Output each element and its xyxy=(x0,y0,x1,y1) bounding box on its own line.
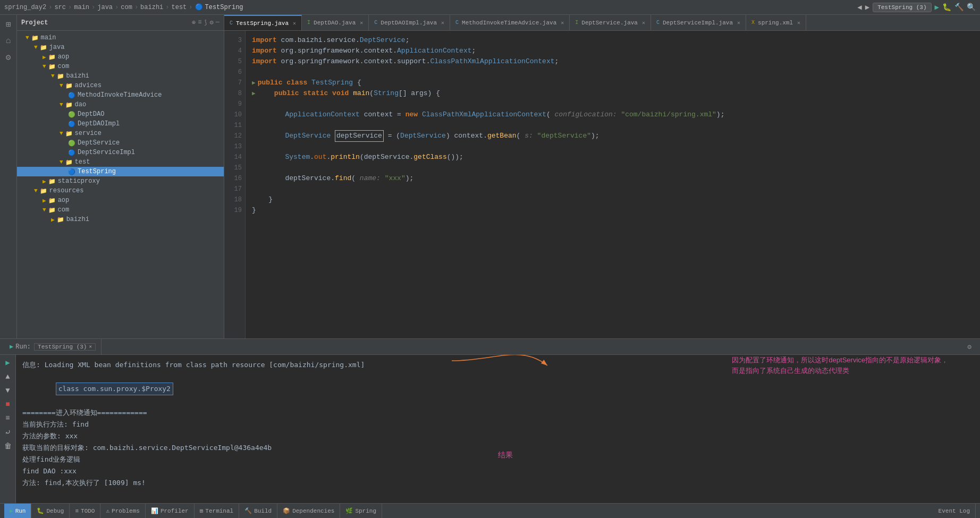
tree-item-service[interactable]: ▼ 📁 service xyxy=(17,129,224,138)
tab-close-deptservice[interactable]: ✕ xyxy=(642,20,645,26)
run-content[interactable]: 信息: Loading XML bean definitions from cl… xyxy=(16,355,980,503)
line-numbers: 3 4 5 6 7 8 9 10 11 12 13 14 15 16 17 18 xyxy=(224,31,246,338)
tree-item-staticproxy[interactable]: ▶ 📁 staticproxy xyxy=(17,176,224,186)
tree-item-res-baizhi[interactable]: ▶ 📁 baizhi xyxy=(17,215,224,224)
interface-icon: 🟢 xyxy=(68,111,75,118)
code-content[interactable]: import com.baizhi.service.DeptService; i… xyxy=(246,31,980,338)
folder-icon: ▼ xyxy=(34,188,38,194)
run-line-method: 当前执行方法: find xyxy=(22,419,974,430)
status-debug[interactable]: 🐛 Debug xyxy=(31,504,70,518)
tree-item-deptdao[interactable]: 🟢 DeptDAO xyxy=(17,109,224,119)
top-bar: spring_day2 › src › main › java › com › … xyxy=(0,0,980,15)
java-class-icon: 🔵 xyxy=(68,149,75,156)
folder-arrow-icon: ▶ xyxy=(43,54,46,61)
structure-icon[interactable]: ⊞ xyxy=(4,17,13,32)
tab-deptservice[interactable]: I DeptService.java ✕ xyxy=(570,15,651,30)
tree-item-aop[interactable]: ▶ 📁 aop xyxy=(17,52,224,62)
run-line-proxy: class com.sun.proxy.$Proxy2 xyxy=(22,371,974,407)
tree-item-main[interactable]: ▼ 📁 main xyxy=(17,33,224,43)
tree-item-com[interactable]: ▼ 📁 com xyxy=(17,62,224,71)
sort-icon[interactable]: ⟆ xyxy=(204,19,207,27)
tree-item-baizhi[interactable]: ▼ 📁 baizhi xyxy=(17,71,224,81)
status-terminal[interactable]: ⊞ Terminal xyxy=(195,504,239,518)
status-problems[interactable]: ⚠ Problems xyxy=(100,504,145,518)
tree-item-res-aop[interactable]: ▶ 📁 aop xyxy=(17,196,224,205)
tree-item-resources[interactable]: ▼ 📁 resources xyxy=(17,186,224,196)
tab-methodadvice[interactable]: C MethodInvokeTimeAdvice.java ✕ xyxy=(450,15,570,30)
expand-icon[interactable]: ⊕ xyxy=(192,19,196,27)
run-config-selector[interactable]: TestSpring (3) xyxy=(873,3,931,12)
debug-icon[interactable]: 🐛 xyxy=(942,3,951,12)
run-filter-icon[interactable]: ≡ xyxy=(4,413,11,423)
tree-item-deptservice[interactable]: 🟢 DeptService xyxy=(17,138,224,148)
settings-run-icon[interactable]: ⚙ xyxy=(963,343,976,351)
close-sidebar-icon[interactable]: — xyxy=(216,19,219,27)
run-stop-icon[interactable]: ■ xyxy=(4,399,11,410)
run-config-name: TestSpring (3) xyxy=(38,344,87,350)
code-line-14: System.out.println(deptService.getClass(… xyxy=(252,152,980,163)
settings-icon[interactable]: ⚙ xyxy=(4,50,13,65)
tree-item-java[interactable]: ▼ 📁 java xyxy=(17,43,224,52)
tab-deptdao[interactable]: I DeptDAO.java ✕ xyxy=(302,15,369,30)
tab-close-deptdaoimpl[interactable]: ✕ xyxy=(441,20,444,26)
run-up-icon[interactable]: ▲ xyxy=(4,371,11,382)
run-restart-icon[interactable]: ▶ xyxy=(4,357,11,368)
run-toolbar: ▶ ▲ ▼ ■ ≡ ⤾ 🗑 xyxy=(0,355,16,503)
tab-close-testspring[interactable]: ✕ xyxy=(293,20,296,27)
undo-icon[interactable]: ◀ xyxy=(857,3,861,12)
breadcrumb: spring_day2 › src › main › java › com › … xyxy=(4,3,853,11)
tab-close-methodadvice[interactable]: ✕ xyxy=(561,20,564,26)
status-run[interactable]: ▶ Run xyxy=(4,504,31,518)
gear-icon[interactable]: ⚙ xyxy=(210,19,214,27)
hierarchy-icon[interactable]: ⌂ xyxy=(4,34,13,48)
tab-close-deptserviceimpl[interactable]: ✕ xyxy=(737,20,740,26)
run-line-border: ========进入环绕通知============ xyxy=(22,407,974,419)
code-line-19: } xyxy=(252,205,980,216)
status-profiler[interactable]: 📊 Profiler xyxy=(146,504,195,518)
close-run-icon[interactable]: ✕ xyxy=(89,344,91,350)
status-eventlog[interactable]: Event Log xyxy=(933,504,976,518)
code-editor[interactable]: 3 4 5 6 7 8 9 10 11 12 13 14 15 16 17 18 xyxy=(224,31,980,338)
collapse-icon[interactable]: ≡ xyxy=(198,19,201,27)
run-tab-label[interactable]: ▶ Run: TestSpring (3) ✕ xyxy=(4,339,102,354)
status-todo[interactable]: ≡ TODO xyxy=(70,504,100,518)
tree-item-deptdaoimpl[interactable]: 🔵 DeptDAOImpl xyxy=(17,119,224,129)
tree-item-test[interactable]: ▼ 📁 test xyxy=(17,157,224,167)
tree-item-dao[interactable]: ▼ 📁 dao xyxy=(17,100,224,109)
status-build[interactable]: 🔨 Build xyxy=(239,504,277,518)
tree-item-methodadvice[interactable]: 🔵 MethodInvokeTimeAdvice xyxy=(17,90,224,100)
tab-close-deptdao[interactable]: ✕ xyxy=(360,20,363,26)
run-down-icon[interactable]: ▼ xyxy=(4,385,11,396)
folder-icon: ▼ xyxy=(60,82,63,89)
code-line-3: import com.baizhi.service.DeptService; xyxy=(252,35,980,46)
tab-springxml[interactable]: X spring.xml ✕ xyxy=(746,15,806,30)
redo-icon[interactable]: ▶ xyxy=(865,3,869,12)
folder-icon: ▼ xyxy=(43,207,46,213)
tab-deptdaoimpl[interactable]: C DeptDAOImpl.java ✕ xyxy=(369,15,450,30)
code-line-8: ▶ public static void main(String[] args)… xyxy=(252,88,980,99)
interface-icon: 🟢 xyxy=(68,140,75,147)
tree-item-deptserviceimpl[interactable]: 🔵 DeptServiceImpl xyxy=(17,148,224,157)
run-icon[interactable]: ▶ xyxy=(935,3,939,12)
tab-testspring[interactable]: C TestSpring.java ✕ xyxy=(224,15,302,30)
build-icon[interactable]: 🔨 xyxy=(954,3,964,12)
tab-close-springxml[interactable]: ✕ xyxy=(797,20,800,26)
run-clear-icon[interactable]: 🗑 xyxy=(3,441,13,452)
search-icon[interactable]: 🔍 xyxy=(967,3,976,12)
status-spring[interactable]: 🌿 Spring xyxy=(340,504,382,518)
tab-icon-methodadvice: C xyxy=(455,20,459,26)
tab-icon-testspring: C xyxy=(230,20,233,26)
run-wrap-icon[interactable]: ⤾ xyxy=(4,427,12,438)
code-line-18: } xyxy=(252,194,980,205)
folder-icon: ▼ xyxy=(26,35,29,41)
run-line-params: 方法的参数: xxx xyxy=(22,430,974,442)
code-wrapper: 3 4 5 6 7 8 9 10 11 12 13 14 15 16 17 18 xyxy=(224,31,980,338)
tree-item-testspring[interactable]: 🔵 TestSpring xyxy=(17,167,224,176)
tree-item-advices[interactable]: ▼ 📁 advices xyxy=(17,81,224,90)
status-dependencies[interactable]: 📦 Dependencies xyxy=(277,504,340,518)
folder-icon: ▼ xyxy=(43,63,46,70)
tab-deptserviceimpl[interactable]: C DeptServiceImpl.java ✕ xyxy=(651,15,746,30)
tree-item-res-com[interactable]: ▼ 📁 com xyxy=(17,205,224,215)
folder-arrow-icon: ▶ xyxy=(43,178,46,185)
code-line-12: DeptService deptService = (DeptService) … xyxy=(252,131,980,141)
